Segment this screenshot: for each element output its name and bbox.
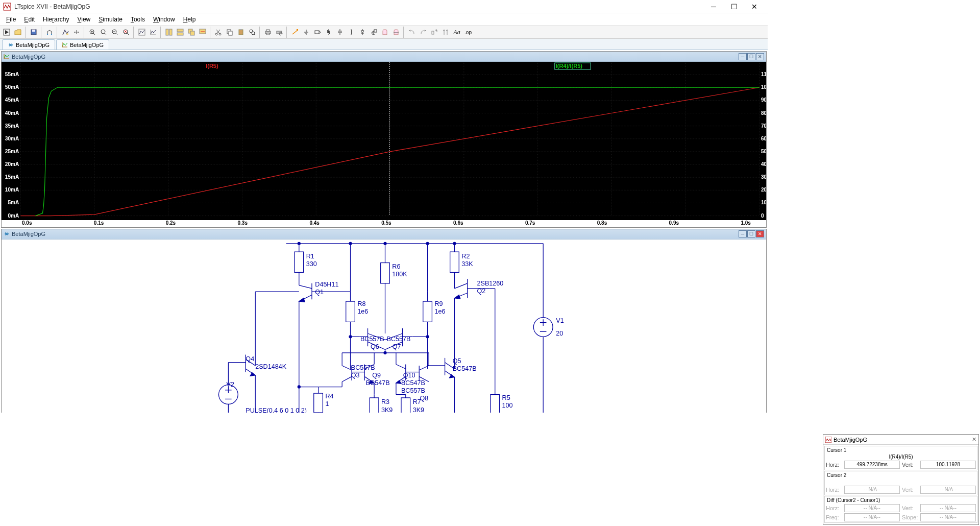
svg-point-209: [426, 335, 429, 338]
plot-settings-icon[interactable]: [148, 27, 158, 37]
drag-icon[interactable]: [391, 27, 401, 37]
tab-schematic[interactable]: BetaMjigOpG: [2, 39, 55, 50]
menu-simulate[interactable]: Simulate: [94, 15, 127, 24]
svg-text:3K9: 3K9: [413, 406, 424, 413]
waveform-icon: [4, 54, 10, 60]
control-panel-icon[interactable]: [44, 27, 55, 37]
tile-horiz-icon[interactable]: [175, 27, 185, 37]
schematic-canvas[interactable]: R1 330 D45H11 Q1 R6 180K R2 33K 2SB1260 …: [2, 240, 766, 413]
save-icon[interactable]: [29, 27, 39, 37]
panel-minimize-button[interactable]: ─: [739, 53, 747, 60]
minimize-button[interactable]: ─: [703, 1, 724, 13]
svg-text:BC557B: BC557B: [401, 387, 425, 394]
tile-icon[interactable]: [164, 27, 174, 37]
svg-rect-160: [370, 398, 379, 413]
move-icon[interactable]: [380, 27, 390, 37]
svg-text:BC547B: BC547B: [453, 365, 477, 372]
svg-text:1e6: 1e6: [434, 308, 445, 315]
cascade-icon[interactable]: [186, 27, 197, 37]
menu-hierarchy[interactable]: Hierarchy: [39, 15, 73, 24]
draw-wire-icon[interactable]: [290, 27, 300, 37]
panel-maximize-button[interactable]: ☐: [747, 53, 755, 60]
close-button[interactable]: ✕: [744, 1, 765, 13]
label-net-icon[interactable]: [312, 27, 323, 37]
menu-file[interactable]: File: [2, 15, 20, 24]
svg-rect-163: [401, 398, 410, 413]
schematic-icon: [4, 231, 10, 237]
svg-point-197: [349, 242, 352, 245]
copy-icon[interactable]: [225, 27, 235, 37]
maximize-button[interactable]: ☐: [724, 1, 744, 13]
svg-rect-90: [295, 252, 304, 272]
cut-icon[interactable]: [213, 27, 224, 37]
svg-rect-26: [240, 29, 242, 30]
menu-window[interactable]: Window: [149, 15, 179, 24]
panel-minimize-button[interactable]: ─: [739, 230, 747, 237]
svg-line-92: [299, 285, 312, 288]
svg-text:R3: R3: [381, 398, 389, 405]
svg-text:90: 90: [761, 97, 766, 103]
zoom-pan-icon[interactable]: [99, 27, 109, 37]
svg-line-137: [342, 376, 352, 381]
run-sim-icon[interactable]: [60, 27, 70, 37]
panel-close-button[interactable]: ✕: [756, 230, 764, 237]
svg-text:40: 40: [761, 161, 766, 167]
svg-text:40mA: 40mA: [5, 110, 19, 116]
svg-text:1e6: 1e6: [357, 308, 368, 315]
svg-text:Q5: Q5: [453, 357, 461, 365]
component-icon[interactable]: [369, 27, 379, 37]
panel-close-button[interactable]: ✕: [756, 53, 764, 60]
zoom-in-icon[interactable]: [87, 27, 97, 37]
text-icon[interactable]: Aa: [452, 27, 462, 37]
title-bar: LTspice XVII - BetaMjigOpG ─ ☐ ✕: [0, 0, 768, 13]
print-setup-icon[interactable]: [274, 27, 284, 37]
halt-icon[interactable]: [71, 27, 82, 37]
svg-text:50mA: 50mA: [5, 84, 19, 90]
diode-icon[interactable]: [357, 27, 368, 37]
search-icon[interactable]: [247, 27, 257, 37]
svg-rect-36: [374, 30, 377, 32]
ground-icon[interactable]: [301, 27, 311, 37]
paste-icon[interactable]: [236, 27, 246, 37]
mirror-icon[interactable]: [440, 27, 451, 37]
plot-area[interactable]: 0mA5mA10mA15mA20mA25mA30mA35mA40mA45mA50…: [2, 62, 766, 220]
zoom-fit-icon[interactable]: [121, 27, 131, 37]
svg-text:Q3: Q3: [351, 371, 360, 378]
menu-view[interactable]: View: [73, 15, 94, 24]
waveform-tab-icon: [62, 42, 68, 48]
menu-edit[interactable]: Edit: [20, 15, 39, 24]
menu-tools[interactable]: Tools: [127, 15, 149, 24]
svg-text:20: 20: [556, 329, 563, 337]
close-window-icon[interactable]: [198, 27, 208, 37]
svg-rect-14: [166, 29, 168, 35]
rotate-icon[interactable]: [429, 27, 439, 37]
undo-icon[interactable]: [407, 27, 417, 37]
svg-rect-37: [432, 31, 434, 34]
open-icon[interactable]: [13, 27, 23, 37]
svg-point-208: [349, 335, 352, 338]
resistor-icon[interactable]: [324, 27, 334, 37]
spice-directive-icon[interactable]: .op: [463, 27, 473, 37]
autorange-icon[interactable]: [137, 27, 147, 37]
svg-text:1: 1: [325, 400, 329, 408]
inductor-icon[interactable]: [346, 27, 356, 37]
svg-text:110: 110: [761, 71, 766, 77]
svg-point-198: [384, 242, 386, 245]
svg-text:60: 60: [761, 136, 766, 141]
capacitor-icon[interactable]: [335, 27, 345, 37]
document-tabs: BetaMjigOpG BetaMjigOpG: [0, 39, 768, 50]
svg-text:33K: 33K: [461, 260, 473, 267]
run-icon[interactable]: [2, 27, 12, 37]
svg-text:V2: V2: [227, 381, 234, 388]
svg-text:BC557B: BC557B: [360, 336, 384, 343]
panel-maximize-button[interactable]: ☐: [747, 230, 755, 237]
print-icon[interactable]: [263, 27, 273, 37]
svg-text:3K9: 3K9: [381, 406, 393, 413]
tab-waveform[interactable]: BetaMjigOpG: [56, 39, 109, 50]
svg-text:R7: R7: [413, 398, 421, 405]
zoom-out-icon[interactable]: [110, 27, 120, 37]
svg-text:V1: V1: [556, 317, 564, 324]
redo-icon[interactable]: [418, 27, 428, 37]
svg-text:50: 50: [761, 149, 766, 154]
menu-help[interactable]: Help: [179, 15, 200, 24]
